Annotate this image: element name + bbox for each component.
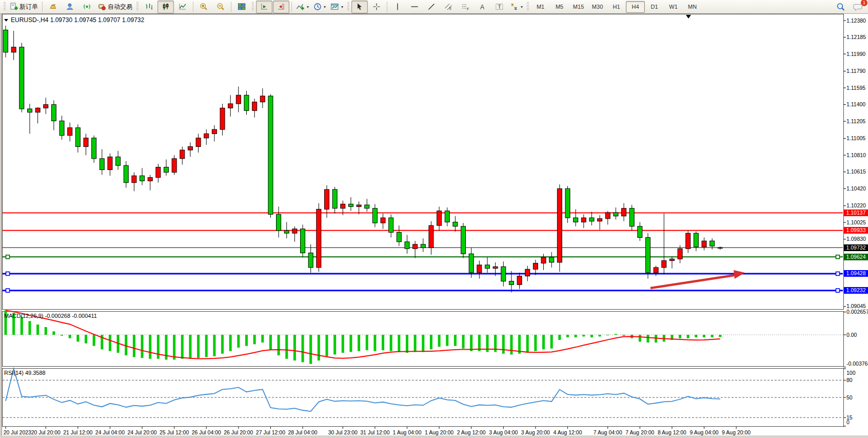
indicators-button[interactable]: ▾ <box>294 1 311 13</box>
tile-windows-button[interactable] <box>233 1 250 13</box>
svg-text:A: A <box>480 4 484 11</box>
text-label-icon: T <box>495 3 504 11</box>
time-axis-label: 3 Aug 20:00 <box>521 429 550 435</box>
macd-axis-tick: -0.003764 <box>846 360 868 367</box>
time-axis-label: 7 Aug 04:00 <box>594 429 622 435</box>
fibonacci-button[interactable]: F <box>457 1 474 13</box>
svg-text:F: F <box>467 7 469 11</box>
time-axis-label: 2 Aug 12:00 <box>457 429 486 435</box>
zoom-out-icon <box>216 3 225 11</box>
macd-label: MACD(12,26,9) -0.000268 -0.000411 <box>4 313 97 319</box>
toolbar-grip[interactable] <box>527 2 529 11</box>
price-level-label: 1.09732 <box>844 244 868 251</box>
horizontal-line-icon <box>410 3 419 11</box>
rsi-axis-tick: 50 <box>846 394 853 401</box>
text-label-button[interactable]: T <box>491 1 507 13</box>
arrows-icon <box>510 3 519 11</box>
market-button[interactable] <box>45 1 61 13</box>
price-axis-tick: 1.09830 <box>846 236 866 242</box>
trendline-button[interactable] <box>423 1 440 13</box>
toolbar-separator <box>291 2 292 12</box>
time-axis-label: 24 Jul 04:00 <box>95 429 125 435</box>
time-axis-label: 1 Aug 04:00 <box>392 429 421 435</box>
signals-button[interactable] <box>78 1 95 13</box>
line-chart-button[interactable] <box>174 1 191 13</box>
toolbar-grip[interactable] <box>4 2 6 11</box>
macd-pane[interactable] <box>2 311 844 367</box>
price-chart-pane[interactable] <box>2 14 844 310</box>
zoom-out-button[interactable] <box>212 1 229 13</box>
timeframe-h4-button[interactable]: H4 <box>626 1 645 13</box>
crosshair-icon <box>372 3 381 11</box>
arrows-button[interactable]: ▾ <box>508 1 525 13</box>
templates-button[interactable]: ▾ <box>328 1 345 13</box>
mt4-window: 新订单 自动交易 ▾ ▾ ▾ E F <box>0 0 868 438</box>
timeframe-m5-button[interactable]: M5 <box>550 1 569 13</box>
price-level-label: 1.09624 <box>844 254 868 260</box>
timeframe-mn-button[interactable]: MN <box>683 1 702 13</box>
chevron-down-icon: ▾ <box>324 5 326 9</box>
notifications-button[interactable]: 1 <box>850 1 866 13</box>
toolbar-grip[interactable] <box>252 2 254 11</box>
notification-badge: 1 <box>860 0 868 7</box>
timeframe-d1-button[interactable]: D1 <box>645 1 664 13</box>
candlestick-icon <box>162 3 170 11</box>
cursor-icon <box>356 3 363 11</box>
person-cloud-icon <box>66 3 74 11</box>
text-icon: A <box>479 3 486 11</box>
chart-menu-icon[interactable] <box>4 19 8 22</box>
price-axis-tick: 1.10810 <box>846 152 866 158</box>
line-chart-icon <box>179 3 187 11</box>
chart-shift-marker-icon[interactable] <box>686 15 691 18</box>
equidistant-channel-button[interactable]: E <box>440 1 457 13</box>
auto-scroll-icon <box>260 3 268 11</box>
zoom-in-button[interactable] <box>195 1 212 13</box>
candlestick-chart-button[interactable] <box>157 1 174 13</box>
chevron-down-icon: ▾ <box>307 5 309 9</box>
window-left-edge <box>0 14 2 438</box>
autotrading-label: 自动交易 <box>108 3 132 11</box>
text-button[interactable]: A <box>474 1 490 13</box>
rsi-axis-tick: 0 <box>846 419 850 425</box>
chart-shift-button[interactable] <box>273 1 289 13</box>
bar-chart-button[interactable] <box>141 1 157 13</box>
time-axis-label: 28 Jul 04:00 <box>288 429 317 435</box>
price-axis-tick: 1.10025 <box>846 219 866 225</box>
clock-icon <box>313 3 322 11</box>
fibonacci-icon: F <box>461 3 469 11</box>
time-axis-label: 27 Jul 12:00 <box>256 429 285 435</box>
search-button[interactable] <box>833 1 849 13</box>
timeframe-w1-button[interactable]: W1 <box>664 1 683 13</box>
periods-button[interactable]: ▾ <box>311 1 328 13</box>
search-icon <box>836 3 845 11</box>
rsi-axis-tick: 100 <box>846 370 856 376</box>
price-axis-tick: 1.10420 <box>846 185 866 192</box>
time-axis-label: 20 Jul 20:00 <box>31 429 61 435</box>
chart-shift-icon <box>277 3 285 11</box>
price-axis-tick: 1.11400 <box>846 101 865 107</box>
timeframe-m30-button[interactable]: M30 <box>588 1 607 13</box>
toolbar-grip[interactable] <box>347 2 349 11</box>
rsi-label: RSI(14) 49.3588 <box>4 370 46 376</box>
crosshair-button[interactable] <box>368 1 385 13</box>
timeframe-m15-button[interactable]: M15 <box>569 1 588 13</box>
auto-scroll-button[interactable] <box>256 1 272 13</box>
community-button[interactable] <box>62 1 78 13</box>
svg-text:T: T <box>498 4 501 10</box>
vertical-line-button[interactable] <box>389 1 406 13</box>
timeframe-h1-button[interactable]: H1 <box>607 1 626 13</box>
timeframe-m1-button[interactable]: M1 <box>531 1 550 13</box>
cursor-button[interactable] <box>351 1 368 13</box>
ohlc-bars-icon <box>145 3 153 11</box>
rsi-pane[interactable] <box>2 368 844 427</box>
rsi-axis-tick: 80 <box>846 377 853 383</box>
price-axis-tick: 1.11205 <box>846 118 865 124</box>
toolbar-grip[interactable] <box>136 2 139 11</box>
svg-text:E: E <box>449 7 452 10</box>
horizontal-line-button[interactable] <box>406 1 423 13</box>
price-axis-tick: 1.11595 <box>846 85 865 91</box>
autotrading-button[interactable]: 自动交易 <box>95 1 134 13</box>
tile-windows-icon <box>238 3 246 11</box>
time-axis-label: 8 Aug 12:00 <box>658 429 686 435</box>
new-order-button[interactable]: 新订单 <box>8 1 40 13</box>
